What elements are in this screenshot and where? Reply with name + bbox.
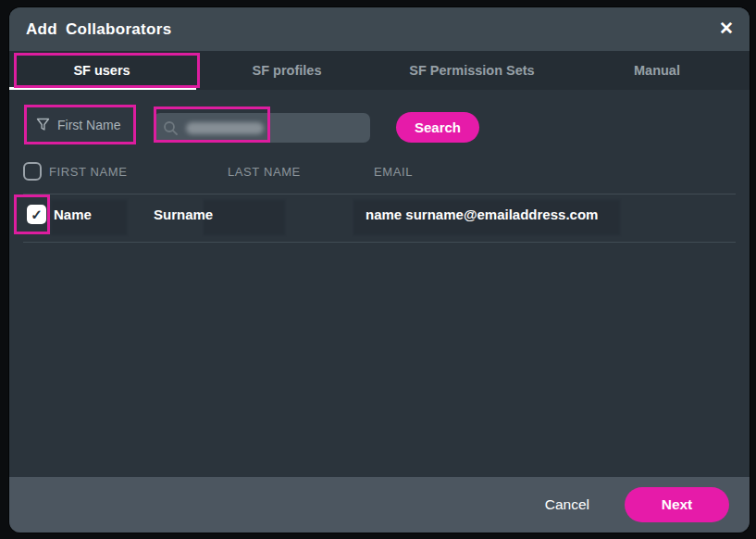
column-header-last-name: LAST NAME	[228, 165, 301, 179]
close-icon[interactable]: ✕	[714, 16, 738, 40]
table-header-row: FIRST NAME LAST NAME EMAIL	[9, 164, 750, 182]
row-cell-email: name surname@emailaddress.com	[366, 207, 598, 222]
column-header-first-name: FIRST NAME	[49, 165, 128, 179]
search-input[interactable]	[154, 113, 370, 143]
modal-footer: Cancel Next	[9, 477, 750, 533]
funnel-icon	[36, 118, 50, 132]
column-header-email: EMAIL	[374, 165, 413, 179]
modal-header: Add Collaborators ✕	[9, 7, 750, 51]
next-button[interactable]: Next	[625, 487, 729, 522]
header-divider	[23, 194, 736, 194]
search-value-obscured	[186, 122, 264, 134]
filter-field-selector[interactable]: First Name	[24, 105, 136, 144]
modal-title: Add Collaborators	[26, 20, 171, 39]
row-cell-last-name: Surname	[154, 207, 213, 222]
redaction-patch	[204, 200, 285, 235]
tab-bar: SF users SF profiles SF Permission Sets …	[9, 51, 750, 90]
row-divider	[23, 242, 736, 243]
cancel-button[interactable]: Cancel	[545, 496, 589, 513]
tab-sf-users[interactable]: SF users	[9, 51, 194, 90]
add-collaborators-modal: Add Collaborators ✕ SF users SF profiles…	[9, 7, 750, 533]
row-cell-first-name: Name	[54, 207, 92, 222]
tab-sf-permission-sets[interactable]: SF Permission Sets	[379, 51, 564, 90]
filter-field-label: First Name	[57, 118, 120, 132]
modal-body: First Name Search FIRST NAME LAST NAME E…	[9, 90, 750, 477]
tab-manual[interactable]: Manual	[564, 51, 750, 90]
search-icon	[163, 120, 179, 136]
row-checkbox-checked[interactable]: ✓	[27, 205, 46, 224]
search-button[interactable]: Search	[396, 112, 479, 143]
select-all-checkbox[interactable]	[23, 162, 42, 181]
tab-sf-profiles[interactable]: SF profiles	[194, 51, 379, 90]
